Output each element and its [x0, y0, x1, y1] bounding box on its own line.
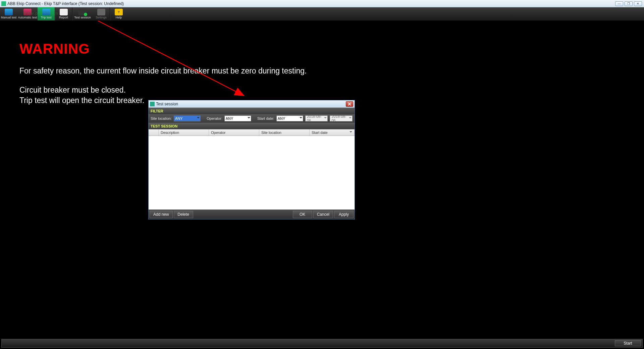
warning-line-1: For safety reason, the current flow insi…: [19, 66, 307, 76]
start-date-combo[interactable]: ANY: [276, 115, 303, 121]
dialog-title: Test session: [156, 102, 178, 106]
add-new-button[interactable]: Add new: [150, 211, 173, 218]
warning-block: WARNING For safety reason, the current f…: [19, 41, 307, 106]
window-titlebar: ABB Ekip Connect - Ekip T&P interface (T…: [0, 0, 644, 7]
test-session-section-header: TEST SESSION: [149, 123, 355, 129]
site-location-combo[interactable]: ANY: [174, 115, 201, 121]
delete-button[interactable]: Delete: [174, 211, 193, 218]
main-toolbar: Manual test Automatic test Trip test Rep…: [0, 7, 644, 21]
dialog-titlebar[interactable]: Test session: [149, 100, 355, 108]
grid-header: Description Operator Site location Start…: [149, 129, 355, 136]
date-to-input[interactable]: 2018-08-06: [330, 115, 353, 121]
grid-body[interactable]: [149, 136, 355, 210]
filter-row: Site location: ANY Operator: ANY Start d…: [149, 114, 355, 123]
manual-test-button[interactable]: Manual test: [0, 7, 17, 20]
cancel-button[interactable]: Cancel: [313, 211, 333, 218]
date-from-input[interactable]: 2018-08-06: [305, 115, 328, 121]
site-location-label: Site location:: [151, 116, 172, 120]
start-date-label: Start date:: [257, 116, 274, 120]
help-button[interactable]: ?Help: [110, 7, 127, 20]
filter-section-header: FILTER: [149, 108, 355, 114]
operator-combo[interactable]: ANY: [224, 115, 251, 121]
dialog-button-bar: Add new Delete OK Cancel Apply: [149, 210, 355, 219]
close-window-button[interactable]: ✕: [634, 1, 642, 6]
minimize-button[interactable]: —: [615, 1, 623, 6]
dialog-icon: [150, 102, 155, 106]
warning-heading: WARNING: [19, 41, 307, 57]
apply-button[interactable]: Apply: [334, 211, 354, 218]
ok-button[interactable]: OK: [293, 211, 312, 218]
operator-label: Operator:: [207, 116, 222, 120]
col-description[interactable]: Description: [159, 130, 209, 136]
test-session-dialog: Test session FILTER Site location: ANY O…: [148, 100, 355, 219]
start-button[interactable]: Start: [615, 340, 641, 346]
col-start-date[interactable]: Start date: [310, 130, 355, 136]
window-title: ABB Ekip Connect - Ekip T&P interface (T…: [7, 1, 124, 6]
dialog-close-button[interactable]: [346, 101, 353, 107]
watermark: www.pc0359.cn: [23, 11, 58, 16]
settings-button[interactable]: Settings: [93, 7, 110, 20]
test-session-button[interactable]: Test session: [72, 7, 93, 20]
maximize-button[interactable]: ❐: [625, 1, 633, 6]
main-canvas: WARNING For safety reason, the current f…: [0, 21, 644, 339]
col-site-location[interactable]: Site location: [259, 130, 310, 136]
app-icon: [1, 1, 6, 6]
grid-row-selector-col[interactable]: [149, 130, 159, 136]
warning-line-2: Circuit breaker must be closed.: [19, 85, 307, 95]
status-bar: Start: [1, 339, 643, 348]
col-operator[interactable]: Operator: [209, 130, 259, 136]
